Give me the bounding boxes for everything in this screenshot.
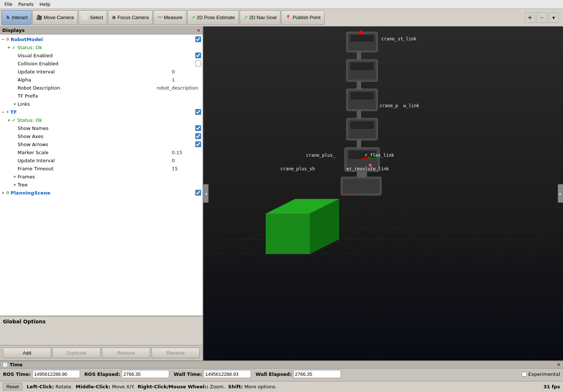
tree-row-update-interval[interactable]: Update Interval 0 (0, 68, 203, 76)
menu-file[interactable]: File (1, 1, 15, 8)
ros-elapsed-field: ROS Elapsed: (84, 370, 169, 378)
frame-timeout-value: 15 (172, 166, 201, 171)
robotmodel-checkbox[interactable] (195, 36, 201, 42)
tf-label: TF (10, 109, 194, 115)
global-options-title: Global Options (3, 319, 46, 324)
links-expand[interactable]: + (13, 102, 18, 106)
tree-row-tree[interactable]: + Tree (0, 181, 203, 189)
pose-estimate-button[interactable]: ↗ 2D Pose Estimate (187, 10, 239, 25)
menubar: File Panels Help (0, 0, 563, 9)
robotmodel-status-label: ✓ Status: Ok (12, 45, 201, 50)
menu-panels[interactable]: Panels (15, 1, 37, 8)
menu-help[interactable]: Help (37, 1, 54, 8)
tree-row-show-axes[interactable]: Show Axes (0, 132, 203, 140)
tree-row-alpha[interactable]: Alpha 1 (0, 76, 203, 84)
links-label: Links (18, 101, 201, 107)
status-hint: Left-Click: Rotate. Middle-Click: Move X… (27, 384, 277, 389)
frames-expand[interactable]: + (13, 175, 18, 179)
select-button[interactable]: ⬜ Select (79, 10, 107, 25)
tree-row-links[interactable]: + Links (0, 100, 203, 108)
svg-text:st_link: st_link (398, 36, 417, 41)
robotmodel-status-expand[interactable]: + (7, 46, 12, 50)
robotmodel-icon: ⚙ (6, 37, 10, 42)
ros-elapsed-label: ROS Elapsed: (84, 371, 120, 377)
ros-elapsed-input[interactable] (121, 370, 169, 378)
tree-row-robotmodel-status[interactable]: + ✓ Status: Ok (0, 43, 203, 51)
tf-checkbox[interactable] (195, 109, 201, 115)
show-names-checkbox[interactable] (195, 125, 201, 131)
svg-rect-20 (350, 35, 374, 42)
tree-row-show-arrows[interactable]: Show Arrows (0, 140, 203, 148)
move-camera-button[interactable]: 🎥 Move Camera (32, 10, 78, 25)
duplicate-button[interactable]: Duplicate (52, 348, 101, 358)
displays-panel-close[interactable]: ✕ (197, 28, 200, 33)
collapse-panel-arrow[interactable]: ◂ (203, 184, 208, 203)
robotmodel-expand[interactable]: − (1, 37, 6, 41)
tree-row-tf-prefix[interactable]: TF Prefix (0, 92, 203, 100)
wall-elapsed-input[interactable] (293, 370, 341, 378)
measure-button[interactable]: 〰 Measure (153, 10, 186, 25)
ros-time-label: ROS Time: (3, 371, 31, 377)
displays-tree[interactable]: − ⚙ RobotModel + ✓ Status: Ok Visual Ena… (0, 35, 203, 316)
focus-camera-button[interactable]: ⊕ Focus Camera (108, 10, 153, 25)
tree-row-tf-update-interval[interactable]: Update Interval 0 (0, 156, 203, 164)
planning-scene-icon: ⚙ (6, 190, 10, 195)
show-axes-checkbox[interactable] (195, 133, 201, 139)
rename-button[interactable]: Rename (152, 348, 200, 358)
minus-toolbar-button[interactable]: − (537, 12, 547, 23)
svg-text:crane_p: crane_p (379, 103, 398, 108)
tree-row-planning-scene[interactable]: + ⚙ PlanningScene (0, 189, 203, 197)
nav-goal-button[interactable]: ↗ 2D Nav Goal (240, 10, 280, 25)
3d-viewport[interactable]: crane_ st_link crane_p w_link crane_plus… (203, 26, 563, 360)
wall-time-label: Wall Time: (174, 371, 202, 377)
robot-description-value: robot_description (157, 85, 201, 91)
svg-marker-55 (266, 214, 310, 254)
tree-row-robotmodel[interactable]: − ⚙ RobotModel (0, 35, 203, 43)
planning-scene-expand[interactable]: + (1, 191, 6, 195)
tree-row-marker-scale[interactable]: Marker Scale 0.15 (0, 148, 203, 156)
tree-row-frames[interactable]: + Frames (0, 173, 203, 181)
wall-time-field: Wall Time: (174, 370, 251, 378)
tree-row-tf[interactable]: − ✦ TF (0, 108, 203, 116)
select-label: Select (90, 15, 103, 20)
tree-row-visual-enabled[interactable]: Visual Enabled (0, 51, 203, 59)
show-arrows-checkbox[interactable] (195, 141, 201, 147)
ros-time-input[interactable] (32, 370, 80, 378)
planning-scene-checkbox[interactable] (195, 190, 201, 196)
displays-panel-title: Displays (2, 28, 25, 33)
tf-expand[interactable]: − (1, 110, 6, 114)
svg-text:crane_: crane_ (381, 36, 397, 41)
ros-time-field: ROS Time: (3, 370, 80, 378)
tree-row-collision-enabled[interactable]: Collision Enabled (0, 59, 203, 68)
visual-enabled-checkbox[interactable] (195, 52, 201, 58)
add-toolbar-button[interactable]: ✛ (525, 12, 535, 23)
time-bar-header: 🕐 Time ✕ (0, 361, 563, 369)
tree-row-show-names[interactable]: Show Names (0, 124, 203, 132)
reset-button[interactable]: Reset (3, 383, 22, 391)
publish-point-button[interactable]: 📍 Publish Point (281, 10, 324, 25)
tree-row-tf-status[interactable]: + ✓ Status: Ok (0, 116, 203, 124)
interact-button[interactable]: 🖱 Interact (1, 10, 32, 25)
alpha-value: 1 (172, 77, 201, 83)
tree-expand[interactable]: + (13, 183, 18, 187)
tf-update-interval-value: 0 (172, 158, 201, 163)
tree-row-frame-timeout[interactable]: Frame Timeout 15 (0, 164, 203, 173)
tf-status-expand[interactable]: + (7, 118, 12, 122)
dropdown-toolbar-button[interactable]: ▾ (548, 12, 559, 23)
update-interval-value: 0 (172, 69, 201, 75)
displays-panel-header: Displays ✕ (0, 26, 203, 35)
tree-row-robot-description[interactable]: Robot Description robot_description (0, 84, 203, 92)
global-options-panel: Global Options (0, 316, 203, 345)
time-bar-close[interactable]: ✕ (557, 362, 561, 367)
nav-goal-icon: ↗ (244, 15, 248, 20)
wall-time-input[interactable] (203, 370, 251, 378)
tree-label: Tree (18, 182, 201, 188)
experimental-checkbox[interactable] (522, 372, 527, 377)
expand-panel-arrow[interactable]: ▸ (558, 184, 563, 203)
clock-icon: 🕐 (2, 362, 8, 367)
add-button[interactable]: Add (3, 348, 51, 358)
collision-enabled-checkbox[interactable] (195, 61, 201, 66)
svg-rect-29 (357, 111, 361, 118)
remove-button[interactable]: Remove (102, 348, 150, 358)
pose-estimate-label: 2D Pose Estimate (197, 15, 235, 20)
